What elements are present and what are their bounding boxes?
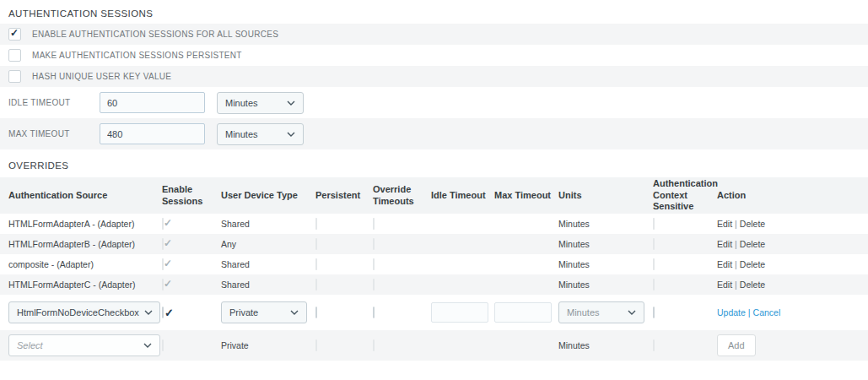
action-cell: Edit|Delete	[717, 219, 868, 229]
units-cell: Minutes	[558, 340, 653, 350]
units-cell: Minutes	[558, 239, 653, 249]
chevron-down-icon	[287, 132, 295, 137]
overrides-section: OVERRIDES Authentication Source Enable S…	[0, 160, 868, 361]
user-device-type-cell: Shared	[221, 259, 315, 269]
delete-link[interactable]: Delete	[740, 219, 765, 229]
context-sensitive-checkbox	[653, 339, 655, 351]
action-cell: Update|Cancel	[717, 307, 868, 318]
context-sensitive-checkbox	[653, 258, 655, 270]
max-timeout-label: MAX TIMEOUT	[8, 129, 100, 138]
max-timeout-units-value: Minutes	[225, 129, 258, 139]
action-separator: |	[732, 239, 740, 249]
override-timeouts-checkbox	[373, 238, 375, 250]
units-select[interactable]: Minutes	[558, 301, 644, 323]
chevron-down-icon	[144, 310, 153, 315]
override-add-row: Select Private Minutes Add	[0, 330, 868, 361]
col-header-authentication-source: Authentication Source	[0, 190, 162, 202]
action-cell: Edit|Delete	[717, 239, 868, 249]
edit-link[interactable]: Edit	[717, 239, 732, 249]
max-timeout-input[interactable]	[100, 123, 205, 144]
units-cell: Minutes	[558, 280, 653, 290]
auth-source-cell: composite - (Adapter)	[0, 259, 162, 269]
enable-sessions-checkbox	[162, 258, 164, 270]
delete-link[interactable]: Delete	[740, 259, 765, 269]
enable-sessions-checkbox	[162, 339, 164, 351]
persistent-sessions-row: MAKE AUTHENTICATION SESSIONS PERSISTENT	[0, 45, 868, 66]
user-device-type-select[interactable]: Private	[221, 301, 307, 323]
persistent-checkbox	[315, 279, 317, 290]
chevron-down-icon	[143, 343, 152, 348]
chevron-down-icon	[290, 310, 299, 315]
chevron-down-icon	[628, 310, 636, 315]
idle-timeout-row: IDLE TIMEOUT Minutes	[0, 87, 868, 118]
context-sensitive-checkbox	[653, 218, 655, 230]
context-sensitive-checkbox[interactable]	[653, 307, 655, 318]
override-timeouts-checkbox	[373, 339, 375, 351]
overrides-table-header: Authentication Source Enable Sessions Us…	[0, 177, 868, 214]
auth-source-select-placeholder: Select	[17, 340, 43, 350]
idle-timeout-units-select[interactable]: Minutes	[217, 92, 304, 114]
auth-source-cell: HTMLFormAdapterA - (Adapter)	[0, 219, 162, 229]
hash-user-key-checkbox[interactable]	[8, 70, 21, 83]
col-header-persistent: Persistent	[315, 190, 373, 202]
override-timeouts-checkbox	[373, 258, 375, 270]
override-edit-row: HtmlFormNoDeviceCheckbox Private	[0, 295, 868, 330]
table-row: HTMLFormAdapterA - (Adapter) Shared Minu…	[0, 214, 868, 234]
action-separator: |	[732, 219, 740, 229]
edit-link[interactable]: Edit	[717, 280, 732, 290]
table-row: HTMLFormAdapterB - (Adapter) Any Minutes…	[0, 234, 868, 254]
update-link[interactable]: Update	[717, 307, 746, 318]
max-timeout-row: MAX TIMEOUT Minutes	[0, 118, 868, 149]
col-header-enable-sessions: Enable Sessions	[162, 184, 221, 208]
enable-sessions-checkbox	[162, 279, 164, 290]
persistent-checkbox	[315, 238, 317, 250]
col-header-auth-context-sensitive: Authentication Context Sensitive	[653, 178, 717, 213]
idle-timeout-input[interactable]	[431, 302, 488, 323]
units-cell: Minutes	[558, 259, 653, 269]
persistent-checkbox	[315, 339, 317, 351]
table-row: HTMLFormAdapterC - (Adapter) Shared Minu…	[0, 274, 868, 295]
auth-source-cell: HTMLFormAdapterB - (Adapter)	[0, 239, 162, 249]
enable-auth-sessions-row: ENABLE AUTHENTICATION SESSIONS FOR ALL S…	[0, 24, 868, 45]
user-device-type-select-value: Private	[229, 307, 258, 318]
delete-link[interactable]: Delete	[740, 239, 765, 249]
edit-link[interactable]: Edit	[717, 259, 732, 269]
max-timeout-input[interactable]	[494, 302, 552, 323]
persistent-checkbox	[315, 258, 317, 270]
col-header-override-timeouts: Override Timeouts	[373, 184, 431, 208]
context-sensitive-checkbox	[653, 279, 655, 290]
persistent-sessions-checkbox[interactable]	[8, 49, 21, 62]
add-button[interactable]: Add	[717, 334, 756, 356]
authentication-sessions-page: AUTHENTICATION SESSIONS ENABLE AUTHENTIC…	[0, 0, 868, 361]
auth-source-cell: HTMLFormAdapterC - (Adapter)	[0, 280, 162, 290]
col-header-units: Units	[558, 190, 653, 202]
enable-sessions-checkbox	[162, 218, 164, 230]
units-cell: Minutes	[558, 219, 653, 229]
enable-sessions-checkbox	[162, 238, 164, 250]
action-separator: |	[732, 280, 740, 290]
delete-link[interactable]: Delete	[740, 280, 765, 290]
auth-source-select[interactable]: Select	[8, 334, 160, 356]
idle-timeout-input[interactable]	[100, 92, 205, 113]
max-timeout-units-select[interactable]: Minutes	[217, 123, 304, 145]
override-timeouts-checkbox	[373, 279, 375, 290]
user-device-type-cell: Any	[221, 239, 315, 249]
cancel-link[interactable]: Cancel	[753, 307, 781, 318]
idle-timeout-label: IDLE TIMEOUT	[8, 98, 100, 107]
edit-link[interactable]: Edit	[717, 219, 732, 229]
persistent-checkbox[interactable]	[315, 307, 317, 318]
user-device-type-cell: Shared	[221, 219, 315, 229]
action-separator: |	[732, 259, 740, 269]
persistent-sessions-label: MAKE AUTHENTICATION SESSIONS PERSISTENT	[32, 51, 242, 60]
enable-sessions-checkbox[interactable]	[162, 307, 164, 318]
table-row: composite - (Adapter) Shared Minutes Edi…	[0, 254, 868, 274]
col-header-max-timeout: Max Timeout	[494, 190, 558, 202]
action-cell: Edit|Delete	[717, 259, 868, 269]
hash-user-key-label: HASH UNIQUE USER KEY VALUE	[32, 72, 171, 81]
idle-timeout-units-value: Minutes	[225, 98, 258, 108]
enable-auth-sessions-label: ENABLE AUTHENTICATION SESSIONS FOR ALL S…	[32, 30, 278, 39]
auth-source-select[interactable]: HtmlFormNoDeviceCheckbox	[8, 301, 160, 323]
enable-auth-sessions-checkbox[interactable]	[8, 28, 21, 41]
override-timeouts-checkbox[interactable]	[373, 307, 375, 318]
col-header-idle-timeout: Idle Timeout	[431, 190, 494, 202]
